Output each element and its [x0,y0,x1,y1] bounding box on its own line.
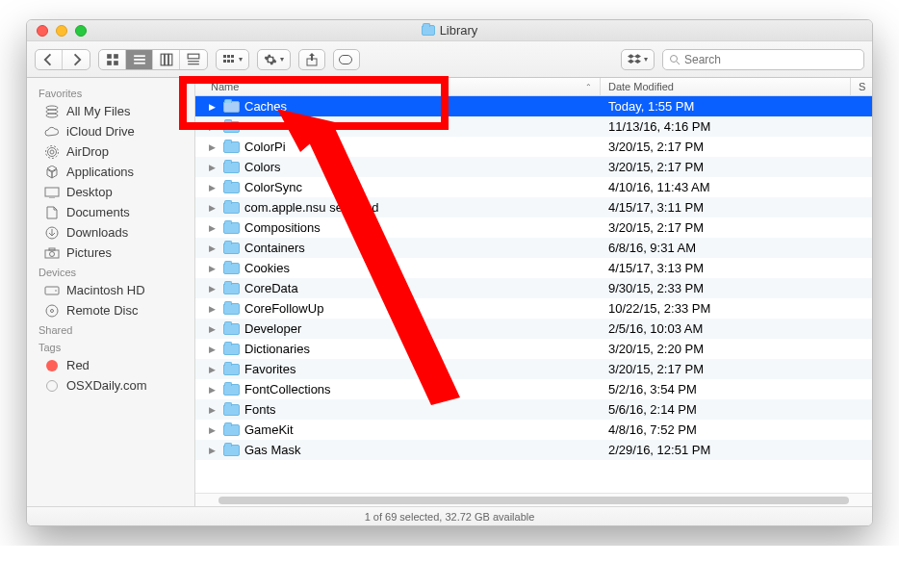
disclosure-triangle-icon[interactable]: ▶ [209,365,218,374]
window-proxy-icon[interactable] [422,25,435,36]
chevron-down-icon: ▾ [644,55,648,64]
sidebar-item[interactable]: iCloud Drive [27,121,194,141]
close-window-button[interactable] [37,25,48,37]
sidebar-item[interactable]: AirDrop [27,141,194,162]
sidebar-item-label: Desktop [66,185,113,199]
sidebar-section-header: Shared [27,320,194,338]
sidebar-item[interactable]: Applications [27,162,194,182]
file-row[interactable]: ▶GameKit4/8/16, 7:52 PM [195,420,872,440]
zoom-window-button[interactable] [75,25,87,37]
svg-rect-10 [188,54,199,59]
icon-view-button[interactable] [99,50,126,69]
scrollbar-thumb[interactable] [218,497,849,504]
file-row[interactable]: ▶Gas Mask2/29/16, 12:51 PM [195,440,872,460]
titlebar[interactable]: Library [27,20,872,41]
disclosure-triangle-icon[interactable]: ▶ [209,385,218,395]
action-button[interactable]: ▾ [257,49,291,70]
edit-tags-button[interactable] [333,49,360,70]
search-input[interactable] [684,53,858,66]
file-row[interactable]: ▶Developer2/5/16, 10:03 AM [195,319,872,339]
coverflow-view-button[interactable] [180,50,207,69]
share-button[interactable] [298,49,325,70]
file-row[interactable]: ▶Colors3/20/15, 2:17 PM [195,157,872,177]
disclosure-triangle-icon[interactable]: ▶ [209,163,218,172]
folder-icon [223,243,240,254]
dropbox-button[interactable]: ▾ [621,49,655,70]
file-row[interactable]: ▶Compositions3/20/15, 2:17 PM [195,217,872,238]
file-row[interactable]: ▶Favorites3/20/15, 2:17 PM [195,359,872,379]
sidebar-item[interactable]: OSXDaily.com [27,375,194,396]
sidebar-item[interactable]: Remote Disc [27,300,194,320]
svg-line-22 [677,62,680,64]
disclosure-triangle-icon[interactable]: ▶ [209,425,218,435]
sidebar-item[interactable]: Downloads [27,222,194,243]
file-row[interactable]: ▶Dictionaries3/20/15, 2:20 PM [195,339,872,359]
chevron-down-icon: ▾ [239,55,243,64]
file-list: Name ⌃ Date Modified S ▶CachesToday, 1:5… [195,78,872,506]
file-row[interactable]: ▶CoreFollowUp10/22/15, 2:33 PM [195,298,872,319]
back-button[interactable] [36,50,63,69]
sidebar-item[interactable]: Documents [27,202,194,222]
disclosure-triangle-icon[interactable]: ▶ [209,324,218,334]
disc-icon [44,304,60,318]
sidebar-item-label: Downloads [66,225,128,240]
file-date: 4/8/16, 7:52 PM [601,422,851,437]
column-header-date[interactable]: Date Modified [601,78,851,95]
file-name: FontCollections [244,382,331,396]
disclosure-triangle-icon[interactable]: ▶ [209,345,218,354]
forward-button[interactable] [63,50,90,69]
stack-icon [44,105,60,118]
file-date: 3/20/15, 2:20 PM [601,342,851,356]
file-row[interactable]: ▶com.apple.nsu sessiond4/15/17, 3:11 PM [195,197,872,217]
sidebar-item[interactable]: All My Files [27,101,194,121]
sidebar-item[interactable]: Red [27,355,194,375]
column-header-name[interactable]: Name ⌃ [195,78,601,95]
svg-rect-5 [134,59,145,61]
file-row[interactable]: ▶Fonts5/6/16, 2:14 PM [195,399,872,420]
disclosure-triangle-icon[interactable]: ▶ [209,304,218,314]
list-view-button[interactable] [126,50,153,69]
file-row[interactable]: ▶FontCollections5/2/16, 3:54 PM [195,379,872,399]
disclosure-triangle-icon[interactable]: ▶ [209,142,218,152]
file-name: Fonts [244,402,276,417]
minimize-window-button[interactable] [56,25,67,37]
disclosure-triangle-icon[interactable]: ▶ [209,223,218,233]
file-row[interactable]: ▶CachesToday, 1:55 PM [195,96,872,116]
file-row[interactable]: ▶Containers6/8/16, 9:31 AM [195,238,872,258]
folder-icon [223,141,240,153]
sidebar-item[interactable]: Desktop [27,182,194,202]
file-row[interactable]: ▶ColorPi3/20/15, 2:17 PM [195,137,872,157]
svg-rect-18 [231,60,234,63]
disclosure-triangle-icon[interactable]: ▶ [209,446,218,455]
arrange-button[interactable]: ▾ [216,49,249,70]
search-field[interactable] [662,49,864,70]
file-row[interactable]: ▶CoreData9/30/15, 2:33 PM [195,278,872,298]
disclosure-triangle-icon[interactable]: ▶ [209,203,218,213]
disclosure-triangle-icon[interactable]: ▶ [209,183,218,192]
column-header-size[interactable]: S [851,78,872,95]
svg-rect-17 [227,60,230,63]
column-view-button[interactable] [153,50,180,69]
sidebar-item[interactable]: Macintosh HD [27,280,194,300]
svg-point-21 [671,55,678,62]
file-rows[interactable]: ▶CachesToday, 1:55 PM▶11/13/16, 4:16 PM▶… [195,96,872,487]
sidebar-item-label: iCloud Drive [66,124,135,139]
search-icon [669,54,681,65]
horizontal-scrollbar[interactable] [195,493,872,506]
file-row[interactable]: ▶ColorSync4/10/16, 11:43 AM [195,177,872,197]
disclosure-triangle-icon[interactable]: ▶ [209,102,218,112]
disclosure-triangle-icon[interactable]: ▶ [209,243,218,253]
sidebar-item[interactable]: Pictures [27,243,194,263]
disclosure-triangle-icon[interactable]: ▶ [209,122,218,132]
file-name: CoreFollowUp [244,301,323,316]
svg-rect-35 [45,287,59,294]
folder-icon [223,202,240,214]
sidebar-section-header: Devices [27,263,194,280]
disclosure-triangle-icon[interactable]: ▶ [209,264,218,273]
disclosure-triangle-icon[interactable]: ▶ [209,284,218,294]
file-row[interactable]: ▶Cookies4/15/17, 3:13 PM [195,258,872,278]
folder-icon [223,162,240,173]
disclosure-triangle-icon[interactable]: ▶ [209,405,218,415]
svg-rect-4 [134,55,145,57]
file-row[interactable]: ▶11/13/16, 4:16 PM [195,116,872,137]
